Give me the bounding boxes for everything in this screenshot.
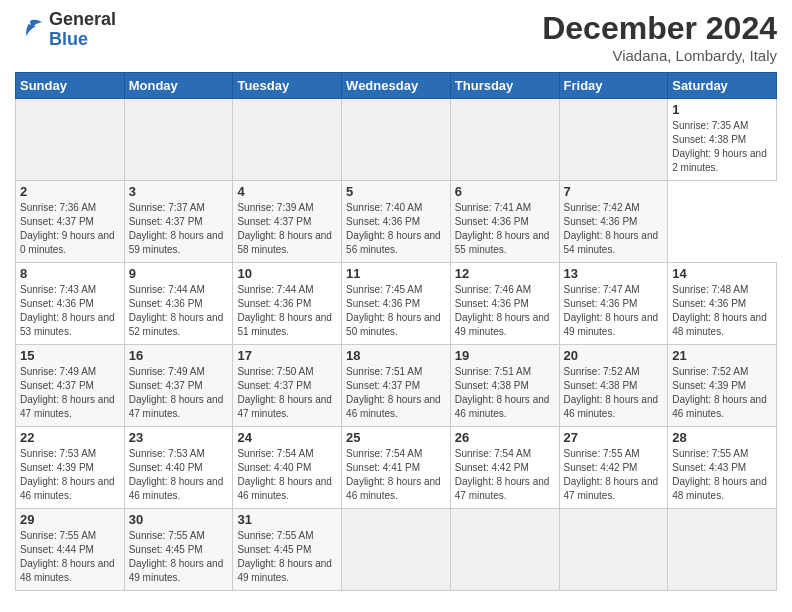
table-row: 18Sunrise: 7:51 AMSunset: 4:37 PMDayligh… xyxy=(342,345,451,427)
logo-blue-text: Blue xyxy=(49,30,116,50)
table-row: 31Sunrise: 7:55 AMSunset: 4:45 PMDayligh… xyxy=(233,509,342,591)
day-number: 19 xyxy=(455,348,555,363)
day-number: 1 xyxy=(672,102,772,117)
day-number: 10 xyxy=(237,266,337,281)
table-row xyxy=(559,509,668,591)
day-detail: Sunrise: 7:52 AMSunset: 4:38 PMDaylight:… xyxy=(564,365,664,421)
day-detail: Sunrise: 7:55 AMSunset: 4:42 PMDaylight:… xyxy=(564,447,664,503)
table-row: 16Sunrise: 7:49 AMSunset: 4:37 PMDayligh… xyxy=(124,345,233,427)
day-number: 5 xyxy=(346,184,446,199)
day-number: 27 xyxy=(564,430,664,445)
day-number: 7 xyxy=(564,184,664,199)
table-row: 24Sunrise: 7:54 AMSunset: 4:40 PMDayligh… xyxy=(233,427,342,509)
page-container: General Blue December 2024 Viadana, Lomb… xyxy=(0,0,792,596)
day-detail: Sunrise: 7:49 AMSunset: 4:37 PMDaylight:… xyxy=(20,365,120,421)
day-detail: Sunrise: 7:44 AMSunset: 4:36 PMDaylight:… xyxy=(129,283,229,339)
calendar-week-row: 22Sunrise: 7:53 AMSunset: 4:39 PMDayligh… xyxy=(16,427,777,509)
table-row: 7Sunrise: 7:42 AMSunset: 4:36 PMDaylight… xyxy=(559,181,668,263)
table-row xyxy=(450,509,559,591)
day-detail: Sunrise: 7:52 AMSunset: 4:39 PMDaylight:… xyxy=(672,365,772,421)
col-friday: Friday xyxy=(559,73,668,99)
col-monday: Monday xyxy=(124,73,233,99)
table-row xyxy=(16,99,125,181)
col-sunday: Sunday xyxy=(16,73,125,99)
day-detail: Sunrise: 7:42 AMSunset: 4:36 PMDaylight:… xyxy=(564,201,664,257)
table-row xyxy=(233,99,342,181)
table-row: 29Sunrise: 7:55 AMSunset: 4:44 PMDayligh… xyxy=(16,509,125,591)
title-area: December 2024 Viadana, Lombardy, Italy xyxy=(542,10,777,64)
table-row: 2Sunrise: 7:36 AMSunset: 4:37 PMDaylight… xyxy=(16,181,125,263)
table-row xyxy=(124,99,233,181)
day-detail: Sunrise: 7:55 AMSunset: 4:44 PMDaylight:… xyxy=(20,529,120,585)
day-number: 13 xyxy=(564,266,664,281)
day-number: 30 xyxy=(129,512,229,527)
location-subtitle: Viadana, Lombardy, Italy xyxy=(542,47,777,64)
day-detail: Sunrise: 7:54 AMSunset: 4:40 PMDaylight:… xyxy=(237,447,337,503)
table-row: 13Sunrise: 7:47 AMSunset: 4:36 PMDayligh… xyxy=(559,263,668,345)
day-number: 9 xyxy=(129,266,229,281)
day-number: 22 xyxy=(20,430,120,445)
col-saturday: Saturday xyxy=(668,73,777,99)
day-number: 12 xyxy=(455,266,555,281)
table-row: 9Sunrise: 7:44 AMSunset: 4:36 PMDaylight… xyxy=(124,263,233,345)
day-detail: Sunrise: 7:43 AMSunset: 4:36 PMDaylight:… xyxy=(20,283,120,339)
day-detail: Sunrise: 7:50 AMSunset: 4:37 PMDaylight:… xyxy=(237,365,337,421)
table-row: 22Sunrise: 7:53 AMSunset: 4:39 PMDayligh… xyxy=(16,427,125,509)
table-row: 25Sunrise: 7:54 AMSunset: 4:41 PMDayligh… xyxy=(342,427,451,509)
table-row xyxy=(450,99,559,181)
day-number: 20 xyxy=(564,348,664,363)
table-row: 8Sunrise: 7:43 AMSunset: 4:36 PMDaylight… xyxy=(16,263,125,345)
table-row xyxy=(559,99,668,181)
day-number: 2 xyxy=(20,184,120,199)
logo-text: General Blue xyxy=(49,10,116,50)
day-detail: Sunrise: 7:54 AMSunset: 4:42 PMDaylight:… xyxy=(455,447,555,503)
day-detail: Sunrise: 7:55 AMSunset: 4:43 PMDaylight:… xyxy=(672,447,772,503)
day-number: 29 xyxy=(20,512,120,527)
table-row: 1Sunrise: 7:35 AMSunset: 4:38 PMDaylight… xyxy=(668,99,777,181)
day-number: 3 xyxy=(129,184,229,199)
day-detail: Sunrise: 7:37 AMSunset: 4:37 PMDaylight:… xyxy=(129,201,229,257)
day-detail: Sunrise: 7:36 AMSunset: 4:37 PMDaylight:… xyxy=(20,201,120,257)
day-number: 11 xyxy=(346,266,446,281)
day-number: 18 xyxy=(346,348,446,363)
day-number: 23 xyxy=(129,430,229,445)
day-detail: Sunrise: 7:44 AMSunset: 4:36 PMDaylight:… xyxy=(237,283,337,339)
day-detail: Sunrise: 7:46 AMSunset: 4:36 PMDaylight:… xyxy=(455,283,555,339)
day-detail: Sunrise: 7:41 AMSunset: 4:36 PMDaylight:… xyxy=(455,201,555,257)
day-number: 24 xyxy=(237,430,337,445)
table-row: 28Sunrise: 7:55 AMSunset: 4:43 PMDayligh… xyxy=(668,427,777,509)
calendar-week-row: 15Sunrise: 7:49 AMSunset: 4:37 PMDayligh… xyxy=(16,345,777,427)
month-title: December 2024 xyxy=(542,10,777,47)
calendar-table: Sunday Monday Tuesday Wednesday Thursday… xyxy=(15,72,777,591)
day-number: 31 xyxy=(237,512,337,527)
table-row: 20Sunrise: 7:52 AMSunset: 4:38 PMDayligh… xyxy=(559,345,668,427)
table-row: 15Sunrise: 7:49 AMSunset: 4:37 PMDayligh… xyxy=(16,345,125,427)
table-row: 27Sunrise: 7:55 AMSunset: 4:42 PMDayligh… xyxy=(559,427,668,509)
col-wednesday: Wednesday xyxy=(342,73,451,99)
calendar-week-row: 1Sunrise: 7:35 AMSunset: 4:38 PMDaylight… xyxy=(16,99,777,181)
table-row: 10Sunrise: 7:44 AMSunset: 4:36 PMDayligh… xyxy=(233,263,342,345)
day-detail: Sunrise: 7:35 AMSunset: 4:38 PMDaylight:… xyxy=(672,119,772,175)
table-row: 23Sunrise: 7:53 AMSunset: 4:40 PMDayligh… xyxy=(124,427,233,509)
day-detail: Sunrise: 7:51 AMSunset: 4:37 PMDaylight:… xyxy=(346,365,446,421)
day-detail: Sunrise: 7:53 AMSunset: 4:39 PMDaylight:… xyxy=(20,447,120,503)
table-row: 14Sunrise: 7:48 AMSunset: 4:36 PMDayligh… xyxy=(668,263,777,345)
day-detail: Sunrise: 7:47 AMSunset: 4:36 PMDaylight:… xyxy=(564,283,664,339)
calendar-week-row: 29Sunrise: 7:55 AMSunset: 4:44 PMDayligh… xyxy=(16,509,777,591)
calendar-week-row: 8Sunrise: 7:43 AMSunset: 4:36 PMDaylight… xyxy=(16,263,777,345)
day-number: 16 xyxy=(129,348,229,363)
col-tuesday: Tuesday xyxy=(233,73,342,99)
logo: General Blue xyxy=(15,10,116,50)
day-detail: Sunrise: 7:45 AMSunset: 4:36 PMDaylight:… xyxy=(346,283,446,339)
table-row: 30Sunrise: 7:55 AMSunset: 4:45 PMDayligh… xyxy=(124,509,233,591)
col-thursday: Thursday xyxy=(450,73,559,99)
day-detail: Sunrise: 7:51 AMSunset: 4:38 PMDaylight:… xyxy=(455,365,555,421)
day-number: 17 xyxy=(237,348,337,363)
day-number: 26 xyxy=(455,430,555,445)
table-row: 12Sunrise: 7:46 AMSunset: 4:36 PMDayligh… xyxy=(450,263,559,345)
day-detail: Sunrise: 7:55 AMSunset: 4:45 PMDaylight:… xyxy=(237,529,337,585)
page-header: General Blue December 2024 Viadana, Lomb… xyxy=(15,10,777,64)
day-number: 8 xyxy=(20,266,120,281)
table-row: 4Sunrise: 7:39 AMSunset: 4:37 PMDaylight… xyxy=(233,181,342,263)
day-number: 28 xyxy=(672,430,772,445)
